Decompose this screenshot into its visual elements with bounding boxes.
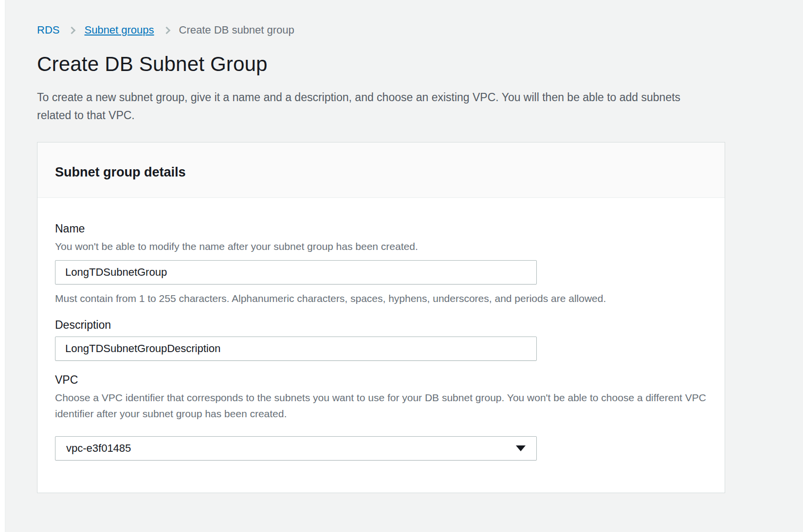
- name-helper-text: You won't be able to modify the name aft…: [55, 238, 707, 254]
- breadcrumb-current-page: Create DB subnet group: [179, 23, 294, 37]
- breadcrumb-link-rds[interactable]: RDS: [37, 23, 59, 37]
- spacer: [55, 427, 707, 435]
- vpc-field-group: VPC Choose a VPC identifier that corresp…: [55, 373, 707, 461]
- name-field-group: Name You won't be able to modify the nam…: [55, 222, 707, 306]
- name-input[interactable]: [55, 260, 537, 284]
- name-constraint-text: Must contain from 1 to 255 characters. A…: [55, 291, 707, 306]
- breadcrumb-link-subnet-groups[interactable]: Subnet groups: [84, 23, 154, 37]
- vpc-select[interactable]: vpc-e3f01485: [55, 436, 537, 461]
- breadcrumb: RDS Subnet groups Create DB subnet group: [37, 23, 803, 37]
- page-title: Create DB Subnet Group: [37, 53, 803, 76]
- page-container: RDS Subnet groups Create DB subnet group…: [5, 0, 803, 532]
- subnet-group-details-panel: Subnet group details Name You won't be a…: [37, 142, 725, 493]
- panel-header: Subnet group details: [37, 142, 725, 198]
- description-label: Description: [55, 319, 707, 332]
- vpc-helper-text: Choose a VPC identifier that corresponds…: [55, 390, 707, 422]
- description-field-group: Description: [55, 319, 707, 361]
- panel-title: Subnet group details: [55, 165, 707, 180]
- caret-down-icon: [516, 445, 526, 451]
- vpc-label: VPC: [55, 373, 707, 387]
- vpc-select-value: vpc-e3f01485: [66, 442, 131, 455]
- chevron-right-icon: [163, 26, 170, 34]
- name-label: Name: [55, 222, 707, 235]
- panel-body: Name You won't be able to modify the nam…: [37, 198, 725, 493]
- page-intro-text: To create a new subnet group, give it a …: [37, 89, 709, 124]
- description-input[interactable]: [55, 337, 537, 361]
- chevron-right-icon: [68, 26, 76, 34]
